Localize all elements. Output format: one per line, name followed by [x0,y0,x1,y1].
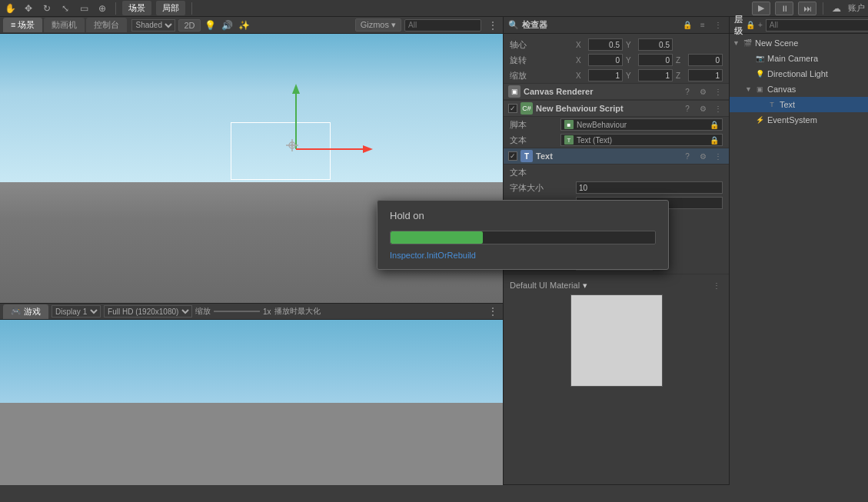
svg-marker-1 [292,84,300,94]
script-label: 脚本 [510,119,556,131]
dialog-status: Inspector.InitOrRebuild [390,251,656,260]
game-sky [0,320,503,403]
axis-x-input[interactable] [588,38,623,51]
hierarchy-search[interactable] [766,19,868,32]
rot-x-input[interactable] [588,54,623,66]
display-select[interactable]: Display 1 [52,305,101,317]
account-area[interactable]: 账户 [848,2,865,14]
effects-icon[interactable]: ✨ [238,18,251,32]
text-checkbox[interactable] [508,151,517,161]
hier-canvas[interactable]: ▼ ▣ Canvas [730,81,868,97]
scale-z-input[interactable] [688,69,723,81]
eventsystem-icon: ⚡ [754,115,765,125]
text-ref-value[interactable]: T Text (Text) 🔒 [560,134,723,146]
rotate-tool[interactable]: ↻ [40,2,54,15]
audio-icon[interactable]: 🔊 [221,18,234,32]
camera-icon: 📷 [754,53,765,64]
canvas-renderer-help[interactable]: ? [681,85,693,98]
behaviour-script-header[interactable]: C# New Behaviour Script ? ⚙ ⋮ [504,100,729,117]
text-component-header[interactable]: T Text ? ⚙ ⋮ [504,148,729,165]
collab-icon[interactable]: ☁ [830,2,843,15]
text-ref-label: 文本 [510,135,556,146]
hier-new-scene[interactable]: ▼ 🎬 New Scene [730,35,868,51]
rot-y-input[interactable] [638,54,673,66]
text-ref-icon: T [564,135,574,145]
shading-select[interactable]: Shaded [131,19,175,32]
scene-end-controls: Gizmos ▾ [355,18,481,32]
scene-menu-icon[interactable]: ⋮ [486,18,500,32]
transform-tool[interactable]: ⊕ [95,2,109,15]
scale-range [214,311,260,312]
gizmo-arrows [231,80,384,172]
text-help[interactable]: ? [681,150,693,162]
scale-x-input[interactable] [588,69,623,81]
scale-y-input[interactable] [638,69,673,81]
game-tabbar: 🎮 游戏 Display 1 Full HD (1920x1080) 缩放 1x… [0,303,503,320]
step-button[interactable]: ⏭ [798,2,816,15]
material-divider [504,274,729,274]
canvas-renderer-settings[interactable]: ⚙ [697,85,709,98]
2d-toggle[interactable]: 2D [178,19,200,32]
game-view: New Text [0,320,503,485]
hier-eventsystem[interactable]: ⚡ EventSystem [730,112,868,128]
gizmos-btn[interactable]: Gizmos ▾ [355,18,401,32]
hierarchy-title: 层级 [734,14,743,37]
canvas-renderer-menu[interactable]: ⋮ [712,85,724,98]
resolution-select[interactable]: Full HD (1920x1080) [104,305,192,317]
inspector-header-right: 🔒 ≡ ⋮ [681,19,724,32]
canvas-renderer-name: Canvas Renderer [524,87,594,96]
scale-tool[interactable]: ⤡ [58,2,72,15]
pause-button[interactable]: ⏸ [775,2,793,15]
behaviour-menu[interactable]: ⋮ [712,102,724,115]
play-button[interactable]: ▶ [752,2,770,15]
axis-y-input[interactable] [638,38,673,51]
scene-tabbar: ≡ 场景 動画机 控制台 Shaded 2D 💡 🔊 ✨ Gizmos ▾ ⋮ [0,17,503,34]
hier-main-camera[interactable]: 📷 Main Camera [730,51,868,66]
canvas-renderer-header[interactable]: ▣ Canvas Renderer ? ⚙ ⋮ [504,83,729,100]
font-size-label: 字体大小 [510,182,571,194]
global-toggle[interactable]: 局部 [156,1,185,15]
game-background: New Text [0,320,503,485]
toolbar-right: ▶ ⏸ ⏭ ☁ 账户 [752,2,865,15]
font-size-input[interactable] [576,181,723,194]
scene-search[interactable] [404,19,481,32]
rz-label: Z [676,56,685,65]
hier-dir-light[interactable]: 💡 Directional Light [730,66,868,81]
scene-tab[interactable]: ≡ 场景 [3,18,42,32]
text-controls: ? ⚙ ⋮ [681,150,724,162]
hand-tool[interactable]: ✋ [3,2,17,15]
canvas-icon: ▣ [754,84,765,95]
inspector-more-icon[interactable]: ⋮ [712,19,724,32]
canvas-arrow: ▼ [745,85,754,93]
behaviour-checkbox[interactable] [508,104,517,113]
game-menu-icon[interactable]: ⋮ [486,304,500,318]
text-menu[interactable]: ⋮ [712,150,724,162]
move-tool[interactable]: ✥ [22,2,35,15]
game-tab[interactable]: 🎮 游戏 [3,304,48,319]
rot-z-input[interactable] [688,54,723,66]
pivot-toggle[interactable]: 场景 [122,1,151,15]
ry-label: Y [626,56,635,65]
behaviour-settings[interactable]: ⚙ [697,102,709,115]
scene-icon: 🎬 [742,38,753,48]
rx-label: X [576,56,585,65]
game-icon: 🎮 [11,307,22,316]
script-value[interactable]: ■ NewBehaviour 🔒 [560,118,723,131]
animation-tab[interactable]: 動画机 [44,18,85,32]
sx-label: X [576,71,585,80]
hierarchy-add-icon[interactable]: + [758,19,763,32]
rect-tool[interactable]: ▭ [77,2,91,15]
lighting-icon[interactable]: 💡 [204,18,218,32]
hierarchy-header: 层级 🔒 + ⋮ [730,17,868,34]
inspector-lock-icon[interactable]: 🔒 [681,19,693,32]
console-tab[interactable]: 控制台 [86,18,127,32]
inspector-menu-icon[interactable]: ≡ [697,19,709,32]
hierarchy-lock-icon[interactable]: 🔒 [746,19,755,32]
text-settings[interactable]: ⚙ [697,150,709,162]
hierarchy-content: ▼ 🎬 New Scene 📷 Main Camera 💡 Directiona… [730,34,868,485]
light-icon: 💡 [754,68,765,79]
game-ground [0,403,503,486]
material-menu[interactable]: ⋮ [710,279,723,291]
hier-text[interactable]: T Text [730,97,868,112]
behaviour-help[interactable]: ? [681,102,693,115]
